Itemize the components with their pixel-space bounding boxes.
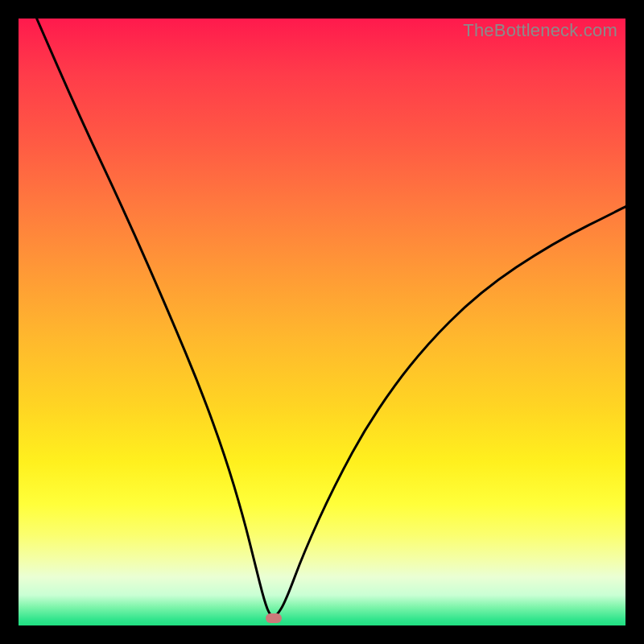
bottleneck-curve [19, 19, 625, 625]
chart-frame: TheBottleneck.com [0, 0, 644, 644]
minimum-marker [266, 613, 282, 623]
plot-area: TheBottleneck.com [19, 19, 625, 625]
